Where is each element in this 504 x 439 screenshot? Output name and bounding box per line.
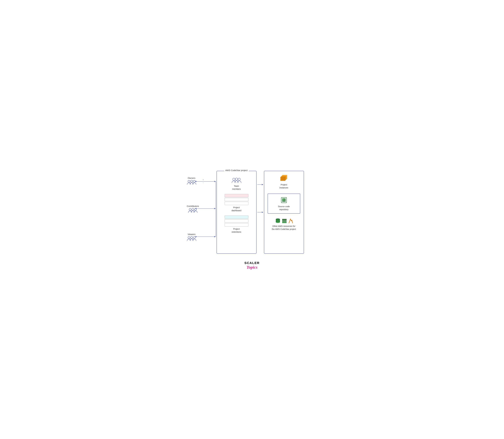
source-code-icon	[280, 196, 288, 204]
ext-row-2	[225, 219, 248, 223]
other-aws-label: Other AWS resources forthe AWS CodeStar …	[272, 225, 296, 231]
main-area: Owners Contributors	[185, 169, 319, 255]
ext-row-1	[225, 216, 248, 219]
project-extensions-section: Projectextentions	[220, 216, 253, 233]
other-aws-icons	[275, 218, 293, 224]
svg-text:+: +	[203, 179, 204, 181]
dashboard-widget	[225, 194, 248, 205]
team-members-icon	[232, 178, 241, 183]
project-extensions-label: Projectextentions	[232, 228, 241, 233]
project-instances-icon	[280, 174, 288, 182]
left-column: Owners Contributors	[185, 169, 217, 255]
footer-scaler: SCALER	[244, 261, 259, 265]
ext-row-3	[225, 223, 248, 226]
left-connectors-svg: + -	[185, 169, 217, 255]
arrow-1	[257, 183, 263, 186]
svg-point-29	[276, 221, 280, 223]
svg-point-18	[238, 178, 240, 180]
team-members-label: Teammembers	[232, 185, 241, 191]
footer-topics: Topics	[246, 265, 258, 270]
aws-icon-3	[288, 218, 293, 224]
svg-point-17	[235, 178, 238, 180]
svg-text:-: -	[203, 182, 203, 184]
project-dashboard-label: Projectdashboard	[232, 206, 241, 212]
project-dashboard-section: Projectdashboard	[220, 194, 253, 212]
team-members-section: Teammembers	[220, 178, 253, 191]
middle-box: AWS CodeStar project Teammembers	[217, 171, 257, 254]
project-instances-section: Projectinstances	[267, 174, 301, 189]
middle-right-arrows	[257, 171, 264, 254]
source-code-label: Source coderepository	[278, 205, 290, 211]
source-code-section: Source coderepository	[268, 194, 300, 214]
svg-point-30	[276, 220, 280, 221]
svg-rect-33	[282, 222, 287, 223]
aws-icon-2	[282, 218, 287, 224]
right-box: Projectinstances Source coderepository	[264, 171, 304, 254]
svg-rect-31	[282, 219, 287, 220]
dash-row-1	[225, 194, 248, 197]
footer: SCALER Topics	[244, 261, 259, 270]
svg-rect-23	[280, 177, 285, 181]
svg-rect-26	[283, 199, 284, 200]
extensions-widget	[225, 216, 248, 226]
svg-rect-32	[282, 220, 287, 221]
dash-row-3	[225, 202, 248, 205]
diagram-container: Owners Contributors	[185, 169, 319, 270]
aws-icon-1	[275, 218, 281, 224]
other-aws-section: Other AWS resources forthe AWS CodeStar …	[267, 218, 301, 231]
arrow-2	[257, 210, 263, 214]
svg-point-16	[233, 178, 235, 180]
dash-row-2	[225, 198, 248, 201]
project-instances-label: Projectinstances	[280, 183, 288, 189]
middle-box-title: AWS CodeStar project	[224, 169, 249, 171]
